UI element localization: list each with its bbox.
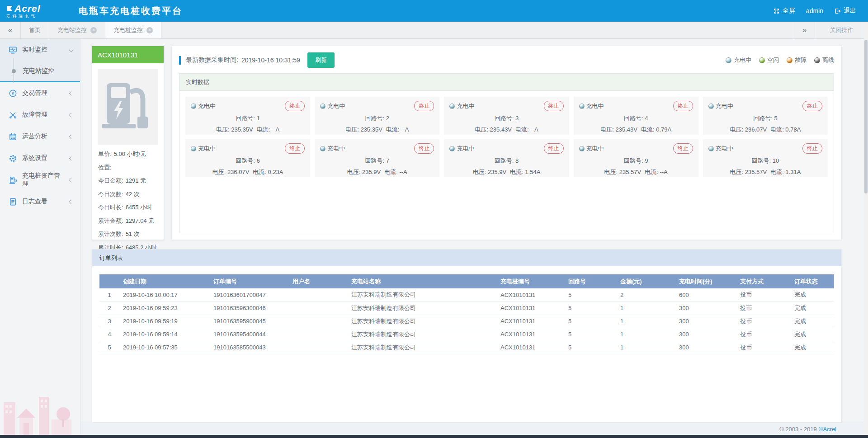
circuit-voltage-current: 电压: 235.57V电流: --A xyxy=(579,168,693,176)
tab-1[interactable]: 充电站监控× xyxy=(49,22,105,38)
app-title: 电瓶车充电桩收费平台 xyxy=(79,5,183,17)
cell: 1910163596300046 xyxy=(210,301,289,315)
terminate-button[interactable]: 终止 xyxy=(544,101,564,111)
index-column-header xyxy=(99,274,119,288)
sidebar-item-6[interactable]: 日志查看 xyxy=(0,191,80,212)
terminate-button[interactable]: 终止 xyxy=(802,101,822,111)
sidebar-group-4: 系统设置 xyxy=(0,147,80,169)
terminate-button[interactable]: 终止 xyxy=(285,101,305,111)
circuit-status-label: 充电中 xyxy=(327,145,345,153)
voltage-label: 电压: 236.07V xyxy=(212,169,250,175)
sidebar-subitem-0-0[interactable]: 充电站监控 xyxy=(0,61,80,81)
device-stats: 单价:5.00 小时/元位置:今日金额:1291 元今日次数:42 次今日时长:… xyxy=(92,150,164,252)
sidebar-item-5[interactable]: 充电桩资产管理 xyxy=(0,169,80,191)
stat-value: 1297.04 元 xyxy=(126,217,155,224)
cell: 5 xyxy=(565,288,617,301)
cell: 300 xyxy=(675,301,736,315)
cell: 投币 xyxy=(736,301,791,315)
current-label: 电流: --A xyxy=(386,126,409,133)
voltage-label: 电压: 235.9V xyxy=(473,169,506,175)
terminate-button[interactable]: 终止 xyxy=(414,101,434,111)
terminate-button[interactable]: 终止 xyxy=(414,143,434,154)
terminate-button[interactable]: 终止 xyxy=(673,101,693,111)
circuit-status-label: 充电中 xyxy=(327,102,345,110)
column-header-9: 订单状态 xyxy=(791,274,834,288)
device-stat-5: 累计金额:1297.04 元 xyxy=(98,217,158,225)
cell: 2019-10-16 10:00:17 xyxy=(119,288,210,301)
terminate-button[interactable]: 终止 xyxy=(544,143,564,154)
status-sphere-icon xyxy=(814,57,820,63)
page-scrollbar-thumb[interactable] xyxy=(864,40,868,193)
circuit-status-label: 充电中 xyxy=(457,145,474,153)
circuit-voltage-current: 电压: 235.9V电流: 1.54A xyxy=(449,168,563,176)
circuit-number: 回路号: 1 xyxy=(191,114,305,122)
sidebar-item-1[interactable]: ¥交易管理 xyxy=(0,82,80,104)
cell: 1 xyxy=(617,341,675,354)
tabs-scroll-left-button[interactable]: « xyxy=(0,22,21,38)
fullscreen-icon xyxy=(773,8,780,14)
circuit-number: 回路号: 8 xyxy=(449,157,563,165)
cell: 江苏安科瑞制造有限公司 xyxy=(348,341,497,354)
circuit-card-top: 充电中终止 xyxy=(320,101,434,111)
sidebar-item-4[interactable]: 系统设置 xyxy=(0,147,80,169)
gear-icon xyxy=(9,154,17,163)
tabs-scroll-right-button[interactable]: » xyxy=(794,22,815,38)
sidebar-item-label: 日志查看 xyxy=(22,198,65,206)
terminate-button[interactable]: 终止 xyxy=(802,143,822,154)
legend-label: 离线 xyxy=(822,56,834,64)
close-operations-button[interactable]: 关闭操作 xyxy=(815,22,868,38)
table-row-3: 42019-10-16 09:59:141910163595400044江苏安科… xyxy=(99,328,834,341)
tab-close-icon[interactable]: × xyxy=(146,27,153,33)
tab-label: 充电站监控 xyxy=(57,26,87,34)
page-scrollbar[interactable] xyxy=(864,22,868,435)
sidebar-group-2: 故障管理 xyxy=(0,104,80,126)
sidebar: 实时监控充电站监控¥交易管理故障管理运营分析系统设置充电桩资产管理日志查看 xyxy=(0,39,80,435)
tab-0[interactable]: 首页 xyxy=(21,22,49,38)
cell: 江苏安科瑞制造有限公司 xyxy=(348,301,497,315)
refresh-button[interactable]: 刷新 xyxy=(307,52,335,68)
circuit-card-2: 充电中终止回路号: 2电压: 235.35V电流: --A xyxy=(315,97,439,135)
realtime-panel-title: 实时数据 xyxy=(179,74,834,91)
tab-2[interactable]: 充电桩监控× xyxy=(105,22,161,38)
cell: ACX1010131 xyxy=(497,328,565,341)
cell: 江苏安科瑞制造有限公司 xyxy=(348,315,497,328)
circuit-status-label: 充电中 xyxy=(198,102,216,110)
terminate-button[interactable]: 终止 xyxy=(673,143,693,154)
chevron-left-icon xyxy=(69,156,74,160)
logout-button[interactable]: 退出 xyxy=(834,7,856,15)
cell: 1 xyxy=(617,301,675,315)
cell: 300 xyxy=(675,315,736,328)
cell: 2019-10-16 09:59:19 xyxy=(119,315,210,328)
column-header-5: 回路号 xyxy=(565,274,617,288)
cell: ACX1010131 xyxy=(497,301,565,315)
terminate-button[interactable]: 终止 xyxy=(285,143,305,154)
orders-panel: 订单列表 创建日期订单编号用户名充电站名称充电桩编号回路号金额(元)充电时间(分… xyxy=(92,249,842,423)
tab-close-icon[interactable]: × xyxy=(90,27,97,33)
row-index: 5 xyxy=(99,341,119,354)
cell: 1910163595900045 xyxy=(210,315,289,328)
collect-time-value: 2019-10-16 10:31:59 xyxy=(241,57,300,64)
device-stat-0: 单价:5.00 小时/元 xyxy=(98,150,158,158)
cell xyxy=(289,315,348,328)
user-menu[interactable]: admin xyxy=(806,7,823,14)
cell: 300 xyxy=(675,328,736,341)
circuit-number: 回路号: 10 xyxy=(708,157,822,165)
circuit-card-8: 充电中终止回路号: 8电压: 235.9V电流: 1.54A xyxy=(444,139,569,177)
open-tabs: 首页充电站监控×充电桩监控× xyxy=(21,22,161,38)
sidebar-item-0[interactable]: 实时监控 xyxy=(0,39,80,61)
legend-label: 空闲 xyxy=(767,56,779,64)
row-index: 4 xyxy=(99,328,119,341)
sidebar-group-0: 实时监控充电站监控 xyxy=(0,39,80,82)
cell: 1 xyxy=(617,328,675,341)
sidebar-item-2[interactable]: 故障管理 xyxy=(0,104,80,126)
cell: 完成 xyxy=(791,288,834,301)
circuit-voltage-current: 电压: 236.07V电流: 0.78A xyxy=(708,126,822,134)
transaction-icon: ¥ xyxy=(9,89,17,98)
acrel-link[interactable]: ©Acrel xyxy=(819,426,836,433)
row-index: 3 xyxy=(99,315,119,328)
calendar-icon xyxy=(9,132,17,141)
realtime-panel: 实时数据 充电中终止回路号: 1电压: 235.35V电流: --A充电中终止回… xyxy=(179,73,834,233)
sidebar-item-3[interactable]: 运营分析 xyxy=(0,126,80,147)
charging-status-sphere-icon xyxy=(708,104,714,109)
fullscreen-button[interactable]: 全屏 xyxy=(773,7,795,15)
